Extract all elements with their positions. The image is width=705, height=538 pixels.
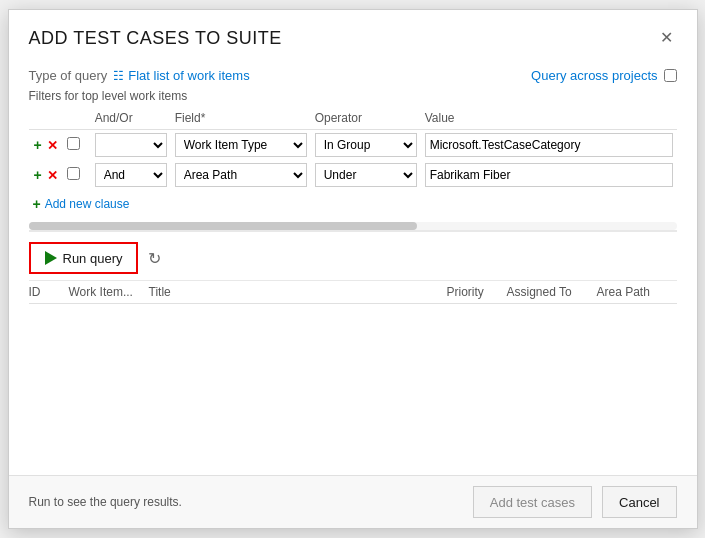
col-header-checkbox bbox=[63, 109, 91, 130]
row2-value-cell bbox=[421, 160, 677, 190]
horizontal-scrollbar[interactable] bbox=[29, 222, 677, 230]
row1-add-btn[interactable]: + bbox=[33, 138, 43, 152]
row1-andor-cell: And Or bbox=[91, 130, 171, 161]
results-empty-area bbox=[29, 304, 677, 475]
col-header-value: Value bbox=[421, 109, 677, 130]
row2-delete-btn[interactable]: ✕ bbox=[46, 169, 59, 182]
redo-icon[interactable]: ↻ bbox=[148, 249, 161, 268]
row1-andor-select[interactable]: And Or bbox=[95, 133, 167, 157]
dialog-header: ADD TEST CASES TO SUITE ✕ bbox=[9, 10, 697, 60]
col-workitem-header: Work Item... bbox=[69, 285, 149, 299]
dialog-body: Type of query ☷ Flat list of work items … bbox=[9, 60, 697, 475]
add-test-cases-dialog: ADD TEST CASES TO SUITE ✕ Type of query … bbox=[8, 9, 698, 529]
col-assignedto-header: Assigned To bbox=[507, 285, 597, 299]
col-id-header: ID bbox=[29, 285, 69, 299]
row2-andor-select[interactable]: And Or bbox=[95, 163, 167, 187]
filter-row-1: + ✕ And Or bbox=[29, 130, 677, 161]
row1-controls: + ✕ bbox=[29, 130, 63, 161]
query-across-label: Query across projects bbox=[531, 68, 657, 83]
query-type-label: Type of query bbox=[29, 68, 108, 83]
row1-operator-select[interactable]: In Group = Under bbox=[315, 133, 417, 157]
col-priority-header: Priority bbox=[447, 285, 507, 299]
query-across-projects[interactable]: Query across projects bbox=[531, 68, 676, 83]
col-header-controls bbox=[29, 109, 63, 130]
footer-status: Run to see the query results. bbox=[29, 495, 182, 509]
row1-operator-cell: In Group = Under bbox=[311, 130, 421, 161]
row2-value-input[interactable] bbox=[425, 163, 673, 187]
query-across-checkbox[interactable] bbox=[664, 69, 677, 82]
query-type-link-text: Flat list of work items bbox=[128, 68, 249, 83]
run-query-label: Run query bbox=[63, 251, 123, 266]
row1-checkbox[interactable] bbox=[67, 137, 80, 150]
row1-field-cell: Work Item Type Area Path Title bbox=[171, 130, 311, 161]
row1-value-cell bbox=[421, 130, 677, 161]
row2-andor-cell: And Or bbox=[91, 160, 171, 190]
cancel-button[interactable]: Cancel bbox=[602, 486, 676, 518]
query-type-row: Type of query ☷ Flat list of work items … bbox=[29, 60, 677, 89]
row2-operator-select[interactable]: In Group Under = bbox=[315, 163, 417, 187]
row2-operator-cell: In Group Under = bbox=[311, 160, 421, 190]
row1-checkbox-cell bbox=[63, 130, 91, 161]
col-header-andor: And/Or bbox=[91, 109, 171, 130]
query-type-link[interactable]: ☷ Flat list of work items bbox=[113, 68, 249, 83]
scrollbar-thumb[interactable] bbox=[29, 222, 418, 230]
run-query-button[interactable]: Run query bbox=[29, 242, 139, 274]
run-query-row: Run query ↻ bbox=[29, 231, 677, 280]
query-type-left: Type of query ☷ Flat list of work items bbox=[29, 68, 250, 83]
row2-field-cell: Work Item Type Area Path Title bbox=[171, 160, 311, 190]
col-title-header: Title bbox=[149, 285, 447, 299]
close-button[interactable]: ✕ bbox=[656, 26, 677, 50]
add-test-cases-button[interactable]: Add test cases bbox=[473, 486, 592, 518]
row1-delete-btn[interactable]: ✕ bbox=[46, 139, 59, 152]
col-header-field: Field* bbox=[171, 109, 311, 130]
col-areapath-header: Area Path bbox=[597, 285, 677, 299]
footer-buttons: Add test cases Cancel bbox=[473, 486, 677, 518]
row2-checkbox-cell bbox=[63, 160, 91, 190]
row2-checkbox[interactable] bbox=[67, 167, 80, 180]
row2-controls: + ✕ bbox=[29, 160, 63, 190]
add-clause-icon: + bbox=[33, 196, 41, 212]
row2-field-select[interactable]: Work Item Type Area Path Title bbox=[175, 163, 307, 187]
row2-add-btn[interactable]: + bbox=[33, 168, 43, 182]
list-icon: ☷ bbox=[113, 69, 124, 83]
filter-row-2: + ✕ And Or Wo bbox=[29, 160, 677, 190]
filter-table: And/Or Field* Operator Value + ✕ bbox=[29, 109, 677, 190]
row1-field-select[interactable]: Work Item Type Area Path Title bbox=[175, 133, 307, 157]
col-header-operator: Operator bbox=[311, 109, 421, 130]
add-clause-label: Add new clause bbox=[45, 197, 130, 211]
dialog-title: ADD TEST CASES TO SUITE bbox=[29, 28, 282, 49]
dialog-footer: Run to see the query results. Add test c… bbox=[9, 475, 697, 528]
filters-label: Filters for top level work items bbox=[29, 89, 677, 103]
row1-value-input[interactable] bbox=[425, 133, 673, 157]
play-icon bbox=[45, 251, 57, 265]
results-header: ID Work Item... Title Priority Assigned … bbox=[29, 281, 677, 304]
add-clause[interactable]: + Add new clause bbox=[29, 190, 677, 212]
